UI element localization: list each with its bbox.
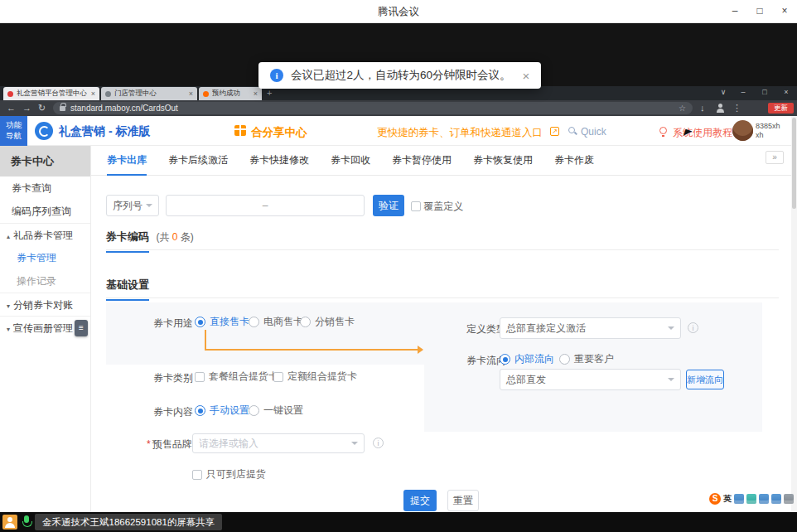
info-icon[interactable]: i [373,438,384,448]
tab-card-suspend[interactable]: 券卡暂停使用 [392,146,452,176]
function-nav-toggle[interactable]: 功能 导航 [0,116,27,146]
browser-menu-chevron-icon[interactable]: ∨ [716,88,731,96]
microphone-icon[interactable] [22,515,31,529]
checkbox[interactable] [411,201,421,211]
tab-close-icon[interactable]: × [254,89,258,98]
tab-card-void[interactable]: 券卡作废 [554,146,594,176]
tab-close-icon[interactable]: × [91,89,95,98]
checkbox-package-combo-card[interactable]: 套餐组合提货卡 [195,370,278,384]
sidebar-item-code-sequence-query[interactable]: 编码序列查询 [0,200,90,223]
content-tabbar: 券卡出库 券卡后续激活 券卡快捷修改 券卡回收 券卡暂停使用 券卡恢复使用 券卡… [91,146,797,176]
sidebar-drag-handle[interactable]: ≡ [75,320,88,336]
promo-entry-link[interactable]: 更快捷的券卡、订单和快递通道入口 [377,126,543,140]
collapse-panel-button[interactable]: » [766,151,784,164]
flow-connector-line [205,349,419,351]
search-icon[interactable] [568,127,575,133]
new-tab-button[interactable]: + [267,88,272,98]
add-flow-button[interactable]: 新增流向 [686,370,724,389]
sidebar-item-card-query[interactable]: 券卡查询 [0,177,90,200]
chevron-down-icon: ▾ [7,326,10,333]
chevron-up-icon: ▴ [7,233,10,240]
ime-mic-icon[interactable] [746,494,756,504]
define-type-select[interactable]: 总部直接定义激活 [500,317,681,339]
overwrite-define-option[interactable]: 覆盖定义 [411,200,463,214]
tab-card-recycle[interactable]: 券卡回收 [331,146,370,176]
sidebar-item-card-management[interactable]: 券卡管理 [0,246,90,269]
label-text: 预售品牌 [152,438,192,450]
radio-important-customer[interactable]: 重要客户 [559,352,614,366]
ime-keyboard-icon[interactable] [734,494,744,504]
reload-icon[interactable]: ↻ [38,103,46,114]
radio-manual-setup[interactable]: 手动设置 [195,404,249,418]
ime-language-mode[interactable]: 英 [723,493,732,505]
browser-tab-1[interactable]: 礼盒营销平台管理中心 × [3,87,99,100]
browser-window: 礼盒营销平台管理中心 × 门店管理中心 × 预约成功 × + ∨ – □ × [0,86,797,516]
toast-close-icon[interactable]: × [523,70,530,82]
close-button[interactable]: × [772,0,797,23]
download-icon[interactable]: ↓ [700,103,705,114]
submit-button[interactable]: 提交 [403,490,437,511]
ime-settings-icon[interactable] [784,494,794,504]
user-id: 8385xh [756,122,780,131]
browser-tab-3[interactable]: 预约成功 × [199,87,262,100]
browser-minimize-button[interactable]: – [736,88,751,96]
tab-card-followup-activate[interactable]: 券卡后续激活 [168,146,228,176]
checkbox[interactable] [192,470,202,480]
reset-button[interactable]: 重置 [447,490,479,511]
tab-card-quick-edit[interactable]: 券卡快捷修改 [249,146,309,176]
sidebar-group-distribution-reconcile[interactable]: ▾分销券卡对账 [0,293,90,316]
radio-direct-sale[interactable]: 直接售卡 [195,315,249,329]
info-icon[interactable]: i [688,322,698,333]
radio-distribution-sale[interactable]: 分销售卡 [300,315,355,329]
tab-card-outbound[interactable]: 券卡出库 [107,146,147,176]
serial-range-input[interactable] [166,195,365,216]
bookmark-star-icon[interactable]: ☆ [679,104,686,113]
external-link-icon[interactable]: ↗ [550,127,559,136]
user-avatar[interactable] [732,120,753,141]
tab-card-restore[interactable]: 券卡恢复使用 [473,146,533,176]
maximize-button[interactable]: □ [747,0,772,23]
main-content: 券卡出库 券卡后续激活 券卡快捷修改 券卡回收 券卡暂停使用 券卡恢复使用 券卡… [91,146,797,516]
tab-close-icon[interactable]: × [189,89,193,98]
page-scrollbar[interactable] [791,116,797,516]
checkbox-label: 套餐组合提货卡 [209,370,278,384]
sogou-logo-icon[interactable]: S [709,493,721,505]
more-menu-icon[interactable]: ⋮ [732,103,741,114]
share-status-label: 金禾通技术王斌18662591081的屏幕共享 [35,514,222,530]
checkbox-fixed-combo-card[interactable]: 定额组合提货卡 [273,370,357,384]
back-icon[interactable]: ← [7,103,16,114]
minimize-button[interactable]: – [722,0,747,23]
gift-icon [234,125,246,136]
verify-button[interactable]: 验证 [373,195,404,216]
radio-internal-flow[interactable]: 内部流向 [500,352,554,366]
ime-emoji-icon[interactable] [759,494,769,504]
share-center-link[interactable]: 合分享中心 [251,125,307,140]
browser-update-button[interactable]: 更新 [768,103,794,114]
chevron-down-icon [668,378,674,381]
toast-message: 会议已超过2人，自动转为60分钟限时会议。 [291,68,511,83]
browser-maximize-button[interactable]: □ [757,88,772,96]
radio-one-click-setup[interactable]: 一键设置 [249,404,303,418]
section-card-codes: 券卡编码 (共 0 条) [106,229,779,250]
checkbox[interactable] [273,372,283,382]
sidebar-group-gift-card-mgmt[interactable]: ▴礼品券卡管理 [0,223,90,246]
address-bar[interactable]: standard.maboy.cn/CardsOut ☆ [53,102,693,114]
checkbox[interactable] [195,372,205,382]
checkbox-store-pickup-only[interactable]: 只可到店提货 [192,467,266,481]
quick-search-label[interactable]: Quick [581,126,606,138]
scrollbar-thumb[interactable] [792,118,796,209]
ime-toolbox-icon[interactable] [771,494,781,504]
system-tutorial-link[interactable]: 系统使用教程 [673,126,732,140]
sidebar-item-operation-log[interactable]: 操作记录 [0,269,90,293]
profile-icon[interactable] [716,104,725,113]
serial-field-select[interactable]: 序列号 [106,195,159,216]
flow-target-select[interactable]: 总部直发 [500,369,681,390]
tab-favicon [203,91,209,97]
radio-label: 内部流向 [514,352,554,366]
browser-close-button[interactable]: × [779,88,794,96]
presale-brand-select[interactable]: 请选择或输入 [192,433,365,453]
forward-icon[interactable]: → [22,103,31,114]
radio-ecommerce-sale[interactable]: 电商售卡 [249,315,303,329]
radio-icon [249,405,259,416]
browser-tab-2[interactable]: 门店管理中心 × [101,87,197,100]
